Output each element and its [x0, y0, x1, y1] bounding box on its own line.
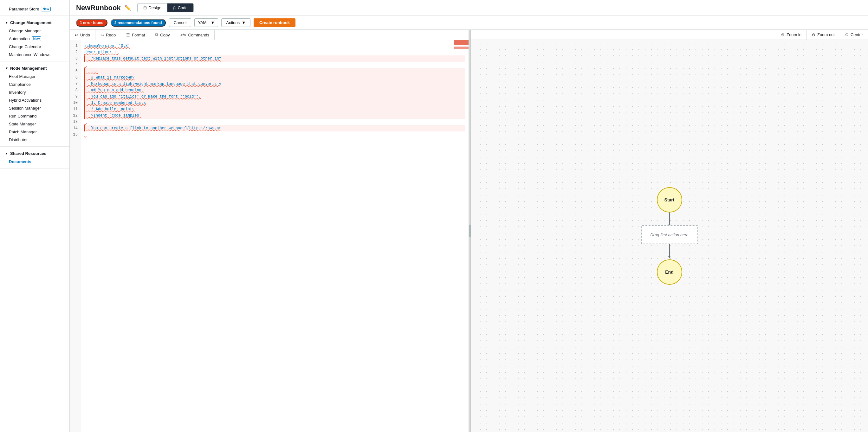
zoom-in-icon: ⊕: [781, 32, 785, 37]
shared-resources-label: Shared Resources: [10, 151, 46, 156]
center-icon: ⊙: [845, 32, 849, 37]
actions-dropdown[interactable]: Actions ▼: [221, 19, 250, 27]
code-line-3: *Replace this default text with instruct…: [84, 56, 465, 62]
chevron-down-icon-3: ▼: [5, 152, 8, 155]
tab-design[interactable]: ⊟ Design: [137, 3, 167, 12]
sidebar-item-documents[interactable]: Documents: [0, 158, 69, 166]
node-management-header[interactable]: ▼ Node Management: [0, 64, 69, 72]
inventory-label: Inventory: [9, 90, 26, 95]
code-line-10: 1. Create numbered lists: [84, 100, 465, 106]
diagram-pane: ⊕ Zoom in ⊖ Zoom out ⊙ Center Start: [471, 30, 868, 432]
zoom-in-button[interactable]: ⊕ Zoom in: [776, 30, 806, 40]
runbook-title: NewRunbook: [76, 4, 121, 12]
patch-manager-label: Patch Manager: [9, 130, 37, 134]
arrow-start-to-action: [669, 212, 670, 225]
code-line-12: >Indent `code samples`: [84, 112, 465, 119]
format-button[interactable]: ☰ Format: [121, 30, 150, 40]
sidebar-item-compliance[interactable]: Compliance: [0, 80, 69, 88]
start-node: Start: [657, 187, 682, 212]
redo-button[interactable]: ↪ Redo: [95, 30, 121, 40]
parameter-store-label: Parameter Store: [9, 7, 39, 11]
change-manager-label: Change Manager: [9, 29, 40, 33]
copy-icon: ⧉: [155, 32, 158, 37]
code-icon: {}: [173, 5, 176, 10]
fleet-manager-label: Fleet Manager: [9, 74, 35, 79]
code-line-15: [84, 131, 465, 138]
sidebar-item-change-calendar[interactable]: Change Calendar: [0, 43, 69, 51]
sidebar-item-inventory[interactable]: Inventory: [0, 88, 69, 96]
sidebar-item-fleet-manager[interactable]: Fleet Manager: [0, 72, 69, 80]
commands-icon: </>: [180, 33, 186, 37]
undo-icon: ↩: [75, 33, 78, 37]
chevron-down-icon: ▼: [5, 21, 8, 24]
distributor-label: Distributor: [9, 137, 28, 142]
parameter-store-section: Parameter Store New: [0, 3, 69, 16]
undo-button[interactable]: ↩ Undo: [70, 30, 95, 40]
code-line-8: ## You can add headings: [84, 87, 465, 93]
session-manager-label: Session Manager: [9, 106, 41, 110]
sidebar-item-parameter-store[interactable]: Parameter Store New: [0, 5, 69, 13]
run-command-label: Run Command: [9, 114, 36, 119]
error-indicator: [454, 40, 469, 45]
change-management-header[interactable]: ▼ Change Management: [0, 19, 69, 27]
parameter-store-badge: New: [41, 7, 51, 11]
node-management-label: Node Management: [10, 66, 47, 71]
sidebar: Parameter Store New ▼ Change Management …: [0, 0, 70, 432]
code-pane: ↩ Undo ↪ Redo ☰ Format ⧉ Copy </> Comm: [70, 30, 469, 432]
chevron-down-icon-yaml: ▼: [211, 20, 215, 25]
cancel-button[interactable]: Cancel: [169, 19, 191, 27]
sidebar-item-run-command[interactable]: Run Command: [0, 112, 69, 120]
drag-action-node[interactable]: Drag first action here: [641, 225, 698, 244]
sidebar-item-distributor[interactable]: Distributor: [0, 136, 69, 144]
sidebar-item-maintenance-windows[interactable]: Maintenance Windows: [0, 51, 69, 59]
change-management-label: Change Management: [10, 20, 52, 25]
end-node: End: [657, 259, 682, 285]
sidebar-item-patch-manager[interactable]: Patch Manager: [0, 128, 69, 136]
code-line-1: schemaVersion: '0.3': [84, 43, 465, 49]
diagram-canvas[interactable]: Start Drag first action here End: [471, 40, 868, 432]
tab-code[interactable]: {} Code: [167, 3, 193, 12]
code-line-2: description: |-: [84, 49, 465, 56]
sidebar-item-session-manager[interactable]: Session Manager: [0, 104, 69, 112]
sidebar-item-change-manager[interactable]: Change Manager: [0, 27, 69, 35]
code-lines: schemaVersion: '0.3' description: |- *Re…: [81, 40, 469, 432]
error-badge[interactable]: 1 error found: [76, 19, 107, 27]
arrow-action-to-end: [669, 244, 670, 257]
state-manager-label: State Manager: [9, 122, 36, 126]
sidebar-item-automation[interactable]: Automation New: [0, 35, 69, 43]
code-line-9: You can add *italics* or make the font *…: [84, 93, 465, 100]
documents-label: Documents: [9, 159, 31, 164]
code-line-14: You can create a [link to another webpag…: [84, 125, 465, 131]
edit-icon[interactable]: ✏️: [125, 5, 131, 11]
zoom-out-icon: ⊖: [812, 32, 815, 37]
yaml-dropdown[interactable]: YAML ▼: [194, 19, 218, 27]
sidebar-item-hybrid-activations[interactable]: Hybrid Activations: [0, 96, 69, 104]
main-content: NewRunbook ✏️ ⊟ Design {} Code 1 error f…: [70, 0, 868, 432]
code-line-7: Markdown is a lightweight markup languag…: [84, 81, 465, 87]
recommendation-badge[interactable]: 2 recommendations found: [111, 19, 166, 27]
copy-button[interactable]: ⧉ Copy: [150, 30, 175, 40]
diagram-content: Start Drag first action here End: [641, 187, 698, 285]
change-calendar-label: Change Calendar: [9, 44, 41, 49]
redo-icon: ↪: [100, 33, 104, 37]
maintenance-windows-label: Maintenance Windows: [9, 52, 51, 57]
sidebar-item-state-manager[interactable]: State Manager: [0, 120, 69, 128]
topbar: NewRunbook ✏️ ⊟ Design {} Code: [70, 0, 868, 16]
shared-resources-section: ▼ Shared Resources Documents: [0, 147, 69, 168]
zoom-out-button[interactable]: ⊖ Zoom out: [806, 30, 840, 40]
code-editor[interactable]: 12345 678910 1112131415 schemaVersion: '…: [70, 40, 469, 432]
create-runbook-button[interactable]: Create runbook: [254, 19, 296, 27]
shared-resources-header[interactable]: ▼ Shared Resources: [0, 149, 69, 158]
automation-badge: New: [32, 36, 41, 41]
node-management-section: ▼ Node Management Fleet Manager Complian…: [0, 61, 69, 147]
commands-button[interactable]: </> Commands: [175, 30, 215, 40]
code-line-4: [84, 62, 465, 68]
compliance-label: Compliance: [9, 82, 31, 87]
editor-toolbar: ↩ Undo ↪ Redo ☰ Format ⧉ Copy </> Comm: [70, 30, 469, 40]
center-button[interactable]: ⊙ Center: [840, 30, 868, 40]
code-line-13: [84, 119, 465, 125]
line-numbers: 12345 678910 1112131415: [70, 40, 81, 432]
format-icon: ☰: [126, 33, 130, 37]
change-management-section: ▼ Change Management Change Manager Autom…: [0, 16, 69, 61]
code-line-6: # What is Markdown?: [84, 74, 465, 81]
